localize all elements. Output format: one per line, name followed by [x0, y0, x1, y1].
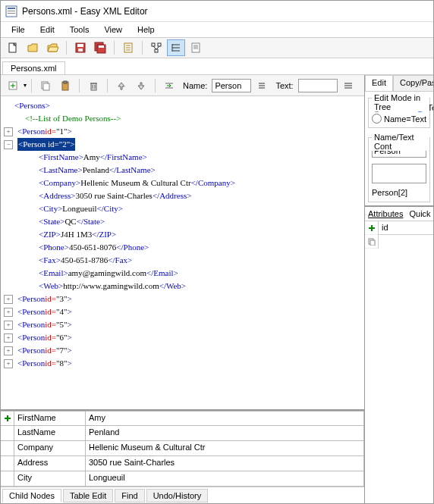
save-all-button[interactable]: [91, 39, 109, 56]
edit-mode-box: Edit Mode in Tree Name Te Name=Text: [368, 98, 430, 128]
svg-line-18: [153, 46, 156, 49]
xml-tree[interactable]: <Persons> <!--List of Demo Persons--> +<…: [1, 96, 364, 409]
path-label: Person[2]: [372, 186, 426, 199]
titlebar: Persons.xml - Easy XML Editor: [1, 1, 433, 22]
tab-child-nodes[interactable]: Child Nodes: [2, 489, 61, 502]
move-up-button[interactable]: [112, 77, 131, 94]
expander-icon[interactable]: +: [4, 346, 13, 355]
table-row[interactable]: Address3050 rue Saint-Charles: [1, 456, 364, 471]
selected-node[interactable]: <Person id="2">: [17, 138, 75, 151]
name-label: Name:: [180, 81, 210, 90]
attributes-header: Attributes Quick: [365, 205, 433, 221]
svg-rect-34: [64, 81, 67, 83]
attributes-table: id: [365, 221, 433, 249]
text-field[interactable]: [372, 164, 426, 183]
right-tabs: Edit Copy/Paste: [365, 75, 433, 92]
tab-copy-paste[interactable]: Copy/Paste: [393, 75, 433, 91]
menu-tools[interactable]: Tools: [62, 23, 97, 36]
plus-icon[interactable]: [4, 415, 11, 422]
quick-tab[interactable]: Quick: [409, 209, 430, 218]
expander-icon[interactable]: +: [4, 308, 13, 317]
paste-button[interactable]: [56, 77, 74, 94]
save-button[interactable]: [71, 39, 90, 56]
menu-edit[interactable]: Edit: [33, 23, 62, 36]
table-row[interactable]: CompanyHellenic Museum & Cultural Ctr: [1, 441, 364, 456]
open-file-button[interactable]: [24, 39, 42, 56]
file-tabs: Persons.xml: [1, 58, 433, 75]
svg-rect-16: [158, 43, 161, 46]
menu-help[interactable]: Help: [130, 23, 162, 36]
svg-rect-24: [192, 43, 200, 52]
table-row[interactable]: CityLongueuil: [1, 471, 364, 487]
delete-button[interactable]: [84, 77, 102, 94]
svg-rect-17: [155, 49, 158, 52]
tab-find[interactable]: Find: [115, 489, 144, 502]
menubar: File Edit Tools View Help: [1, 22, 433, 37]
app-icon: [5, 5, 17, 17]
svg-rect-10: [99, 45, 104, 48]
tab-table-edit[interactable]: Table Edit: [63, 489, 113, 502]
svg-rect-3: [8, 13, 15, 14]
align-button[interactable]: [339, 77, 357, 94]
list-view-button[interactable]: [167, 39, 185, 56]
expander-icon[interactable]: +: [4, 333, 13, 343]
text-input[interactable]: [298, 79, 338, 92]
expander-icon[interactable]: +: [4, 321, 13, 330]
expander-icon[interactable]: +: [4, 359, 13, 368]
file-tab-persons[interactable]: Persons.xml: [2, 61, 65, 74]
svg-rect-6: [77, 44, 83, 47]
name-text-box: Name/Text Cont Person[2]: [368, 137, 430, 202]
svg-rect-52: [370, 240, 375, 246]
tree-view-button[interactable]: [147, 39, 165, 56]
name-input[interactable]: [212, 79, 251, 92]
svg-rect-15: [152, 43, 155, 46]
expander-icon[interactable]: −: [4, 140, 13, 149]
text-label: Text:: [272, 81, 296, 90]
tab-edit[interactable]: Edit: [365, 75, 393, 91]
tab-undo-history[interactable]: Undo/History: [146, 489, 209, 502]
new-file-button[interactable]: [4, 39, 22, 56]
menu-view[interactable]: View: [96, 23, 130, 36]
main-toolbar: [1, 37, 433, 58]
move-down-button[interactable]: [132, 77, 150, 94]
table-row[interactable]: FirstNameAmy: [1, 411, 364, 426]
open-folder-button[interactable]: [43, 39, 61, 56]
radio-nametext[interactable]: [372, 114, 382, 124]
document-button[interactable]: [119, 39, 137, 56]
list-icon[interactable]: [253, 77, 271, 94]
table-row[interactable]: LastNamePenland: [1, 426, 364, 441]
indent-button[interactable]: [160, 77, 178, 94]
svg-line-19: [156, 46, 159, 49]
tree-toolbar: ▾ Name: Text:: [1, 75, 364, 96]
svg-rect-1: [8, 8, 15, 9]
add-attr-button[interactable]: [365, 221, 378, 235]
add-node-button[interactable]: [4, 77, 22, 94]
window-title: Persons.xml - Easy XML Editor: [22, 6, 148, 17]
copy-attr-button[interactable]: [365, 235, 378, 249]
svg-rect-35: [91, 83, 96, 90]
attr-row[interactable]: id: [379, 221, 433, 235]
copy-button[interactable]: [36, 77, 55, 94]
child-nodes-grid: FirstNameAmy LastNamePenland CompanyHell…: [1, 409, 364, 487]
expander-icon[interactable]: +: [4, 295, 13, 304]
svg-rect-2: [8, 11, 15, 11]
bottom-tabs: Child Nodes Table Edit Find Undo/History: [1, 487, 364, 503]
text-view-button[interactable]: [187, 39, 205, 56]
attributes-tab[interactable]: Attributes: [368, 209, 403, 218]
expander-icon[interactable]: +: [4, 127, 13, 136]
menu-file[interactable]: File: [4, 23, 33, 36]
svg-rect-7: [78, 49, 83, 52]
svg-rect-32: [43, 83, 49, 90]
